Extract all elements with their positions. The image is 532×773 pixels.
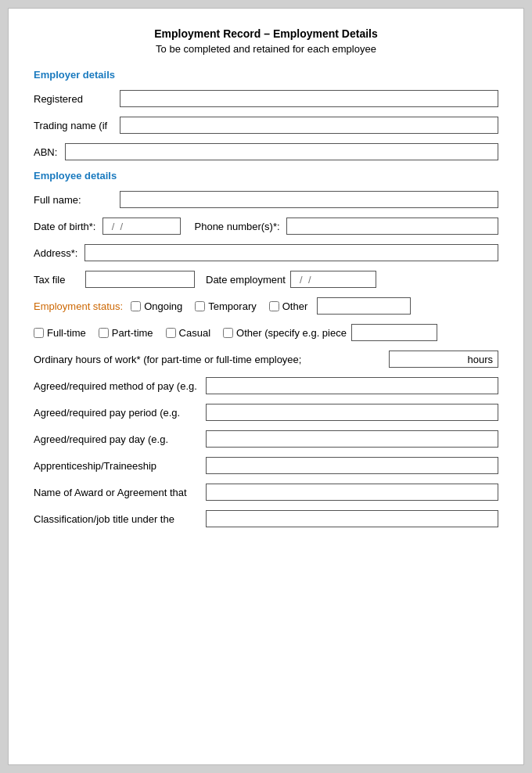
status-other-input[interactable] bbox=[317, 297, 411, 315]
dob-input[interactable] bbox=[102, 218, 181, 235]
method-of-pay-label: Agreed/required method of pay (e.g. bbox=[34, 380, 206, 392]
address-input[interactable] bbox=[84, 244, 498, 261]
registered-label: Registered bbox=[34, 93, 120, 105]
temporary-label: Temporary bbox=[208, 300, 256, 312]
address-label: Address*: bbox=[34, 247, 84, 259]
parttime-checkbox[interactable] bbox=[99, 328, 109, 338]
pay-period-row: Agreed/required pay period (e.g. bbox=[34, 404, 498, 421]
apprenticeship-row: Apprenticeship/Traineeship bbox=[34, 457, 498, 474]
employment-status-label: Employment status: bbox=[34, 300, 123, 312]
employment-status-row: Employment status: Ongoing Temporary Oth… bbox=[34, 297, 498, 315]
page-subtitle: To be completed and retained for each em… bbox=[34, 43, 498, 55]
pay-day-input[interactable] bbox=[206, 430, 498, 448]
registered-input[interactable] bbox=[120, 90, 498, 107]
other-type-label: Other (specify e.g. piece bbox=[236, 327, 347, 339]
employment-type-row: Full-time Part-time Casual Other (specif… bbox=[34, 324, 498, 341]
classification-row: Classification/job title under the bbox=[34, 510, 498, 527]
ongoing-checkbox[interactable] bbox=[131, 301, 141, 311]
temporary-group: Temporary bbox=[195, 300, 256, 312]
parttime-label: Part-time bbox=[112, 327, 153, 339]
hours-label: Ordinary hours of work* (for part-time o… bbox=[34, 354, 384, 365]
hours-input[interactable] bbox=[415, 354, 462, 365]
apprenticeship-label: Apprenticeship/Traineeship bbox=[34, 460, 206, 472]
classification-input[interactable] bbox=[206, 510, 498, 527]
hours-row: Ordinary hours of work* (for part-time o… bbox=[34, 351, 498, 368]
pay-day-label: Agreed/required pay day (e.g. bbox=[34, 433, 206, 445]
other-specify-input[interactable] bbox=[351, 324, 437, 341]
other-status-label: Other bbox=[282, 300, 308, 312]
casual-checkbox[interactable] bbox=[166, 328, 176, 338]
full-name-label: Full name: bbox=[34, 194, 120, 206]
temporary-checkbox[interactable] bbox=[195, 301, 205, 311]
ongoing-label: Ongoing bbox=[144, 300, 182, 312]
pay-period-input[interactable] bbox=[206, 404, 498, 421]
tax-file-input[interactable] bbox=[85, 271, 195, 288]
pay-day-row: Agreed/required pay day (e.g. bbox=[34, 430, 498, 448]
award-input[interactable] bbox=[206, 484, 498, 501]
registered-row: Registered bbox=[34, 90, 498, 107]
ongoing-group: Ongoing bbox=[131, 300, 182, 312]
tax-date-row: Tax file Date employment bbox=[34, 271, 498, 288]
apprenticeship-input[interactable] bbox=[206, 457, 498, 474]
phone-input[interactable] bbox=[286, 218, 498, 235]
casual-label: Casual bbox=[179, 327, 210, 339]
trading-name-row: Trading name (if bbox=[34, 117, 498, 134]
abn-row: ABN: bbox=[34, 143, 498, 160]
other-status-checkbox[interactable] bbox=[269, 301, 279, 311]
method-of-pay-row: Agreed/required method of pay (e.g. bbox=[34, 377, 498, 394]
trading-name-label: Trading name (if bbox=[34, 120, 120, 131]
fulltime-label: Full-time bbox=[47, 327, 86, 339]
page-container: Employment Record – Employment Details T… bbox=[8, 8, 524, 765]
dob-phone-row: Date of birth*: Phone number(s)*: bbox=[34, 218, 498, 235]
other-status-group: Other bbox=[269, 300, 308, 312]
abn-label: ABN: bbox=[34, 146, 65, 158]
fulltime-checkbox[interactable] bbox=[34, 328, 44, 338]
employee-section-header: Employee details bbox=[34, 170, 498, 182]
other-type-group: Other (specify e.g. piece bbox=[223, 327, 347, 339]
phone-label: Phone number(s)*: bbox=[195, 221, 280, 232]
method-of-pay-input[interactable] bbox=[206, 377, 498, 394]
abn-input[interactable] bbox=[65, 143, 498, 160]
classification-label: Classification/job title under the bbox=[34, 513, 206, 525]
date-employment-input[interactable] bbox=[290, 271, 376, 288]
dob-label: Date of birth*: bbox=[34, 221, 96, 232]
full-name-input[interactable] bbox=[120, 191, 498, 208]
casual-group: Casual bbox=[166, 327, 210, 339]
fulltime-group: Full-time bbox=[34, 327, 86, 339]
other-type-checkbox[interactable] bbox=[223, 328, 233, 338]
hours-text-label: hours bbox=[467, 354, 493, 365]
trading-name-input[interactable] bbox=[120, 117, 498, 134]
page-title: Employment Record – Employment Details bbox=[34, 27, 498, 40]
award-row: Name of Award or Agreement that bbox=[34, 484, 498, 501]
employer-section-header: Employer details bbox=[34, 69, 498, 81]
full-name-row: Full name: bbox=[34, 191, 498, 208]
tax-file-label: Tax file bbox=[34, 274, 81, 286]
date-employment-label: Date employment bbox=[206, 274, 286, 286]
address-row: Address*: bbox=[34, 244, 498, 261]
parttime-group: Part-time bbox=[99, 327, 153, 339]
award-label: Name of Award or Agreement that bbox=[34, 487, 206, 498]
hours-input-wrap: hours bbox=[389, 351, 498, 368]
pay-period-label: Agreed/required pay period (e.g. bbox=[34, 407, 206, 419]
